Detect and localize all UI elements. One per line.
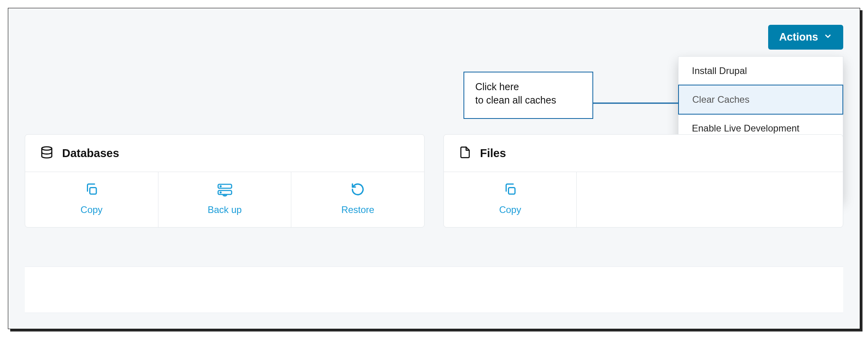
files-card: Files Copy xyxy=(443,134,843,228)
databases-card-header: Databases xyxy=(25,135,424,172)
callout-box: Click here to clean all caches xyxy=(463,72,593,119)
cards-row: Databases Copy xyxy=(25,134,843,228)
databases-card-actions: Copy Back up xyxy=(25,172,424,227)
callout-line2: to clean all caches xyxy=(475,94,581,107)
arrow-icon xyxy=(593,97,691,109)
dropdown-item-label: Clear Caches xyxy=(692,94,749,105)
svg-point-6 xyxy=(220,186,221,187)
files-card-header: Files xyxy=(444,135,843,172)
files-card-actions: Copy xyxy=(444,172,843,227)
chevron-down-icon xyxy=(824,31,832,43)
callout-line1: Click here xyxy=(475,80,581,94)
database-icon xyxy=(40,146,53,161)
databases-backup-button[interactable]: Back up xyxy=(158,172,292,227)
page-container: Actions Install Drupal Clear Caches Enab… xyxy=(8,8,860,329)
dropdown-item-label: Install Drupal xyxy=(692,65,747,76)
databases-restore-button[interactable]: Restore xyxy=(291,172,424,227)
dropdown-item-label: Enable Live Development xyxy=(692,123,800,133)
databases-copy-button[interactable]: Copy xyxy=(25,172,158,227)
copy-icon xyxy=(503,182,517,198)
svg-rect-8 xyxy=(508,188,515,194)
bottom-panel xyxy=(25,267,843,313)
action-label: Back up xyxy=(208,204,242,215)
svg-point-2 xyxy=(42,147,52,150)
dropdown-item-clear-caches[interactable]: Clear Caches xyxy=(678,85,843,115)
dropdown-item-install-drupal[interactable]: Install Drupal xyxy=(679,57,843,85)
action-label: Copy xyxy=(499,204,521,215)
action-label: Restore xyxy=(341,204,374,215)
actions-button-label: Actions xyxy=(779,31,818,43)
svg-rect-3 xyxy=(90,188,96,194)
copy-icon xyxy=(85,182,99,198)
svg-point-7 xyxy=(220,192,221,193)
file-icon xyxy=(459,146,471,161)
restore-icon xyxy=(351,182,365,198)
databases-card: Databases Copy xyxy=(25,134,425,228)
databases-card-title: Databases xyxy=(62,147,119,160)
files-card-title: Files xyxy=(480,147,506,160)
files-copy-button[interactable]: Copy xyxy=(444,172,577,227)
action-label: Copy xyxy=(81,204,103,215)
backup-icon xyxy=(217,182,233,198)
actions-button[interactable]: Actions xyxy=(768,25,843,50)
